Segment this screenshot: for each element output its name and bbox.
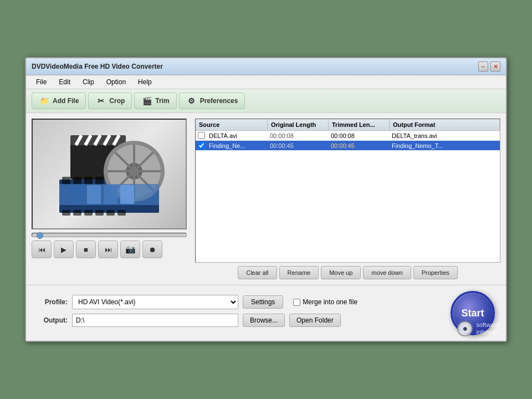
watermark: ● software informer [457,321,499,336]
menu-bar: File Edit Clip Option Help [26,75,506,89]
file-actions: Clear all Rename Move up move down Prope… [195,266,500,279]
fast-forward-button[interactable]: ⏭ [98,241,118,258]
row-output-1: DELTA_trans.avi [390,132,500,139]
row-original-2: 00:00:45 [268,142,329,149]
svg-rect-34 [120,185,134,204]
col-original-header: Original Length [268,119,329,130]
preview-panel: ⏮ ▶ ■ ⏭ 📷 ⏺ [32,119,190,279]
trim-label: Trim [155,97,169,105]
row-trimmed-2: 00:00:45 [329,142,390,149]
clear-all-button[interactable]: Clear all [238,266,277,279]
file-list-header: Source Original Length Trimmed Len... Ou… [196,119,500,131]
playback-controls: ⏮ ▶ ■ ⏭ 📷 ⏺ [32,241,190,258]
menu-help[interactable]: Help [132,76,157,88]
title-bar: DVDVideoMedia Free HD Video Converter − … [26,58,506,75]
watermark-text: software informer [476,321,499,336]
output-label: Output: [37,316,68,324]
menu-clip[interactable]: Clip [77,76,100,88]
profile-label: Profile: [37,298,68,306]
menu-edit[interactable]: Edit [53,76,76,88]
trim-button[interactable]: 🎬 Trim [134,93,176,109]
minimize-button[interactable]: − [478,62,488,71]
add-file-icon: 📁 [39,95,50,106]
profile-select[interactable]: HD AVI Video(*.avi) [72,295,238,309]
add-file-button[interactable]: 📁 Add File [32,93,86,109]
output-row: Output: Browse... Open Folder [37,314,439,327]
rename-button[interactable]: Rename [279,266,319,279]
add-file-label: Add File [53,97,79,105]
merge-label: Merge into one file [303,298,357,306]
output-path-input[interactable] [72,314,238,327]
app-title: DVDVideoMedia Free HD Video Converter [32,63,163,70]
play-button[interactable]: ▶ [54,241,74,258]
move-up-button[interactable]: Move up [321,266,361,279]
record-button[interactable]: ⏺ [142,241,162,258]
svg-rect-31 [70,185,84,204]
svg-rect-16 [62,210,70,216]
row-checkbox-1[interactable] [196,132,207,139]
col-trimmed-header: Trimmed Len... [329,119,390,130]
col-source-header: Source [196,119,268,130]
preferences-icon: ⚙ [186,95,197,106]
merge-checkbox[interactable] [293,299,300,306]
film-illustration [54,124,165,224]
col-output-header: Output Format [390,119,500,130]
seek-thumb[interactable] [37,232,43,239]
rewind-button[interactable]: ⏮ [32,241,52,258]
snapshot-button[interactable]: 📷 [120,241,140,258]
row-checkbox-2[interactable] [196,142,207,149]
menu-file[interactable]: File [30,76,52,88]
svg-rect-9 [73,177,81,185]
settings-button[interactable]: Settings [243,295,283,309]
bottom-left: Profile: HD AVI Video(*.avi) Settings Me… [37,295,439,331]
merge-row: Merge into one file [293,298,357,306]
row-filename-1: DELTA.avi [207,132,268,139]
stop-button[interactable]: ■ [76,241,96,258]
preferences-button[interactable]: ⚙ Preferences [179,93,245,109]
svg-rect-10 [84,177,93,185]
main-window: DVDVideoMedia Free HD Video Converter − … [25,57,507,342]
preferences-label: Preferences [200,97,238,105]
crop-button[interactable]: ✂ Crop [88,93,132,109]
table-row[interactable]: Finding_Ne... 00:00:45 00:00:45 Finding_… [196,141,500,151]
svg-rect-18 [84,210,93,216]
file-list: Source Original Length Trimmed Len... Ou… [195,119,500,263]
row-original-1: 00:00:08 [268,132,329,139]
file-panel: Source Original Length Trimmed Len... Ou… [195,119,500,279]
trim-icon: 🎬 [141,95,152,106]
open-folder-button[interactable]: Open Folder [289,314,341,327]
profile-row: Profile: HD AVI Video(*.avi) Settings Me… [37,295,439,309]
main-content: ⏮ ▶ ■ ⏭ 📷 ⏺ Source Original Length Trimm… [26,113,506,285]
row-filename-2: Finding_Ne... [207,142,268,149]
crop-label: Crop [109,97,125,105]
svg-rect-8 [62,177,70,185]
row-output-2: Finding_Nemo_T... [390,142,500,149]
crop-icon: ✂ [95,95,106,106]
row-trimmed-1: 00:00:08 [329,132,390,139]
svg-rect-33 [104,185,117,204]
video-preview [32,119,187,229]
window-controls: − ✕ [478,62,500,71]
close-button[interactable]: ✕ [490,62,500,71]
move-down-button[interactable]: move down [363,266,411,279]
svg-rect-32 [87,185,101,204]
toolbar: 📁 Add File ✂ Crop 🎬 Trim ⚙ Preferences [26,89,506,113]
menu-option[interactable]: Option [101,76,131,88]
browse-button[interactable]: Browse... [243,314,285,327]
svg-rect-19 [95,210,104,216]
bottom-panel: Profile: HD AVI Video(*.avi) Settings Me… [26,285,506,341]
bottom-controls: Profile: HD AVI Video(*.avi) Settings Me… [37,291,495,335]
svg-rect-17 [73,210,81,216]
properties-button[interactable]: Properties [413,266,458,279]
table-row[interactable]: DELTA.avi 00:00:08 00:00:08 DELTA_trans.… [196,131,500,141]
seek-bar[interactable] [32,233,187,237]
svg-rect-20 [106,210,115,216]
software-informer-logo: ● [457,321,473,336]
svg-rect-11 [95,177,104,185]
svg-rect-21 [117,210,126,216]
